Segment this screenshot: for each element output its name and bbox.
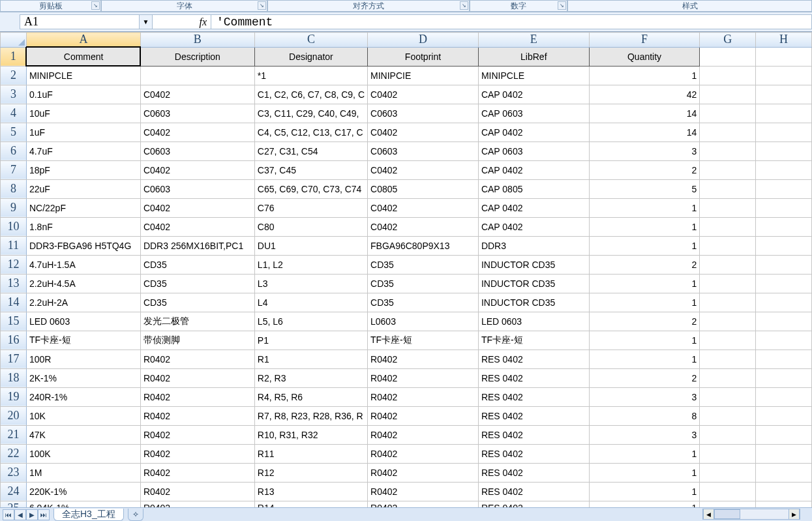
empty-cell[interactable] [756, 85, 812, 104]
row-header-24[interactable]: 24 [1, 482, 27, 501]
data-cell[interactable]: L4 [254, 293, 367, 312]
data-cell[interactable]: 带侦测脚 [140, 331, 254, 350]
data-cell[interactable]: C0603 [368, 141, 479, 160]
empty-cell[interactable] [756, 179, 812, 198]
data-cell[interactable]: 1uF [26, 123, 140, 141]
empty-cell[interactable] [756, 236, 812, 255]
data-cell[interactable]: R7, R8, R23, R28, R36, R [254, 406, 367, 425]
sheet-nav-first[interactable]: ⏮ [3, 509, 14, 520]
empty-cell[interactable] [700, 444, 756, 463]
data-cell[interactable]: FBGA96C80P9X13 [368, 236, 479, 255]
data-cell[interactable]: MINIPCIE [368, 66, 479, 85]
data-cell[interactable]: R0402 [368, 501, 479, 507]
data-cell[interactable]: R0402 [140, 387, 254, 406]
launcher-font[interactable]: ↘ [258, 1, 266, 10]
col-header-C[interactable]: C [254, 33, 367, 48]
data-cell[interactable]: DDR3 256MX16BIT,PC1 [140, 236, 254, 255]
empty-cell[interactable] [756, 123, 812, 141]
empty-cell[interactable] [756, 66, 812, 85]
data-cell[interactable]: C0402 [368, 217, 479, 236]
data-cell[interactable]: C80 [254, 217, 367, 236]
header-cell[interactable]: Designator [254, 47, 367, 66]
data-cell[interactable]: RES 0402 [478, 444, 589, 463]
col-header-D[interactable]: D [368, 33, 479, 48]
data-cell[interactable]: 发光二极管 [140, 312, 254, 331]
data-cell[interactable]: 3 [589, 141, 700, 160]
empty-cell[interactable] [700, 141, 756, 160]
data-cell[interactable]: RES 0402 [478, 368, 589, 387]
row-header-21[interactable]: 21 [1, 425, 27, 444]
empty-cell[interactable] [700, 406, 756, 425]
data-cell[interactable]: R0402 [140, 368, 254, 387]
data-cell[interactable]: CAP 0402 [478, 198, 589, 217]
empty-cell[interactable] [756, 274, 812, 293]
data-cell[interactable]: 0.1uF [26, 85, 140, 104]
data-cell[interactable]: C0402 [368, 123, 479, 141]
empty-cell[interactable] [700, 350, 756, 368]
row-header-5[interactable]: 5 [1, 123, 27, 141]
empty-cell[interactable] [756, 463, 812, 482]
data-cell[interactable]: RES 0402 [478, 501, 589, 507]
data-cell[interactable]: C0402 [368, 198, 479, 217]
col-header-B[interactable]: B [140, 33, 254, 48]
data-cell[interactable]: R13 [254, 482, 367, 501]
data-cell[interactable]: 1 [589, 444, 700, 463]
data-cell[interactable]: CD35 [368, 293, 479, 312]
data-cell[interactable]: R11 [254, 444, 367, 463]
empty-cell[interactable] [700, 85, 756, 104]
empty-cell[interactable] [700, 217, 756, 236]
fx-button[interactable]: fx [153, 14, 211, 29]
row-header-18[interactable]: 18 [1, 368, 27, 387]
data-cell[interactable]: 220K-1% [26, 482, 140, 501]
header-cell[interactable]: Description [140, 47, 254, 66]
data-cell[interactable]: 2.2uH-2A [26, 293, 140, 312]
empty-cell[interactable] [700, 368, 756, 387]
data-cell[interactable]: L5, L6 [254, 312, 367, 331]
row-header-15[interactable]: 15 [1, 312, 27, 331]
data-cell[interactable]: 100K [26, 444, 140, 463]
empty-cell[interactable] [756, 47, 812, 66]
empty-cell[interactable] [756, 141, 812, 160]
empty-cell[interactable] [700, 255, 756, 274]
data-cell[interactable]: *1 [254, 66, 367, 85]
data-cell[interactable]: 2 [589, 160, 700, 179]
row-header-9[interactable]: 9 [1, 198, 27, 217]
data-cell[interactable]: C0402 [368, 85, 479, 104]
data-cell[interactable]: 1 [589, 482, 700, 501]
data-cell[interactable]: R0402 [140, 482, 254, 501]
data-cell[interactable]: DU1 [254, 236, 367, 255]
data-cell[interactable]: C37, C45 [254, 160, 367, 179]
data-cell[interactable]: R0402 [140, 444, 254, 463]
empty-cell[interactable] [756, 331, 812, 350]
hscroll-right[interactable]: ▶ [789, 509, 800, 519]
data-cell[interactable]: NC/22pF [26, 198, 140, 217]
data-cell[interactable]: C65, C69, C70, C73, C74 [254, 179, 367, 198]
data-cell[interactable]: C0402 [140, 198, 254, 217]
data-cell[interactable]: 1 [589, 217, 700, 236]
row-header-20[interactable]: 20 [1, 406, 27, 425]
data-cell[interactable]: 2 [589, 255, 700, 274]
empty-cell[interactable] [756, 255, 812, 274]
data-cell[interactable]: 3 [589, 425, 700, 444]
data-cell[interactable]: 1 [589, 350, 700, 368]
data-cell[interactable]: TF卡座-短 [26, 331, 140, 350]
grid-area[interactable]: ABCDEFGH1CommentDescriptionDesignatorFoo… [0, 32, 812, 507]
data-cell[interactable]: L0603 [368, 312, 479, 331]
header-cell[interactable]: Footprint [368, 47, 479, 66]
data-cell[interactable]: C0805 [368, 179, 479, 198]
data-cell[interactable]: C76 [254, 198, 367, 217]
data-cell[interactable]: CD35 [368, 274, 479, 293]
empty-cell[interactable] [700, 47, 756, 66]
data-cell[interactable]: R0402 [140, 501, 254, 507]
data-cell[interactable]: 1 [589, 274, 700, 293]
data-cell[interactable]: 2 [589, 368, 700, 387]
data-cell[interactable]: 1 [589, 236, 700, 255]
data-cell[interactable]: 5 [589, 179, 700, 198]
header-cell[interactable]: Quantity [589, 47, 700, 66]
data-cell[interactable]: R0402 [368, 387, 479, 406]
empty-cell[interactable] [756, 387, 812, 406]
data-cell[interactable]: LED 0603 [478, 312, 589, 331]
empty-cell[interactable] [756, 350, 812, 368]
data-cell[interactable]: 42 [589, 85, 700, 104]
data-cell[interactable]: 1M [26, 463, 140, 482]
